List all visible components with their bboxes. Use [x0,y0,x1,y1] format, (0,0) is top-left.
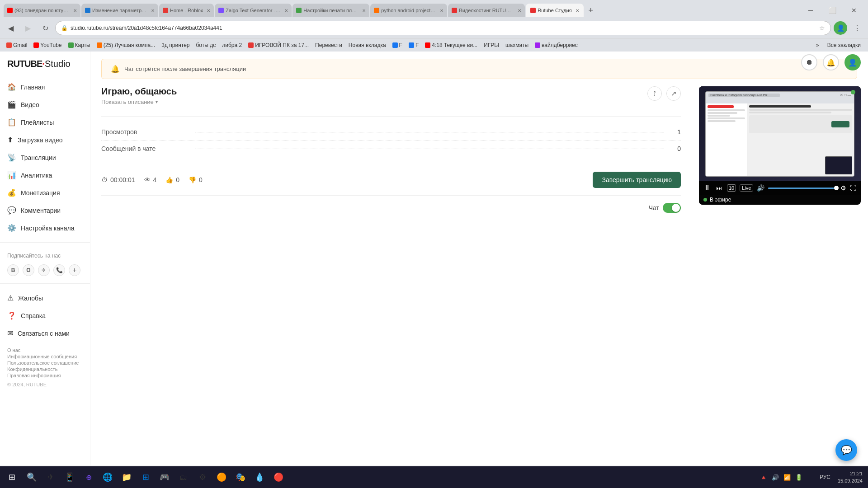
sidebar-item-complaints[interactable]: ⚠ Жалобы [0,289,90,307]
taskbar-icon-steam[interactable]: 💧 [250,468,269,486]
sys-icon-volume[interactable]: 🔊 [770,472,781,483]
bookmark-f1[interactable]: F [390,41,405,49]
taskbar-icon-extra[interactable]: 🔴 [269,468,288,486]
footer-legal[interactable]: Правовая информация [7,373,83,378]
bookmark-games[interactable]: ИГРЫ [481,41,502,49]
volume-icon[interactable]: 🔊 [757,184,764,192]
tab-close-icon[interactable]: ✕ [440,8,443,13]
end-stream-button[interactable]: Завершить трансляцию [593,172,681,188]
bookmark-f2[interactable]: F [406,41,421,49]
tab-t8-active[interactable]: Rutube Студия ✕ [526,4,583,17]
taskbar-icon-orange[interactable]: 🟠 [212,468,231,486]
bookmark-new-tab[interactable]: Новая вкладка [346,41,389,49]
taskbar-icon-tor[interactable]: ⊕ [80,468,98,486]
tab-t6[interactable]: python android project -... ✕ [370,4,447,17]
user-avatar[interactable]: 👤 [844,54,861,70]
bookmark-chess[interactable]: шахматы [503,41,531,49]
bookmark-3dprint[interactable]: 3д принтер [159,41,192,49]
address-bar[interactable]: 🔒 studio.rutube.ru/stream/20a1d48c5fc164… [55,21,831,35]
bookmarks-more[interactable]: » [812,41,823,49]
bookmark-youtube[interactable]: YouTube [31,41,64,49]
tab-close-icon[interactable]: ✕ [151,8,155,13]
sys-icon-wifi[interactable]: 📶 [782,472,793,483]
telegram-icon[interactable]: ✈ [38,264,50,276]
sidebar-item-upload[interactable]: ⬆ Загрузка видео [0,131,90,149]
tab-close-icon[interactable]: ✕ [284,8,288,13]
bookmark-star-icon[interactable]: ☆ [819,24,825,32]
stream-desc-toggle[interactable]: Показать описание ▾ [101,99,177,105]
taskbar-icon-folder[interactable]: 📁 [118,468,136,486]
search-taskbar-button[interactable]: 🔍 [23,468,41,486]
open-external-button[interactable]: ↗ [666,86,681,101]
bookmark-luchshaya[interactable]: (25) Лучшая компа... [94,41,158,49]
rewind-10-icon[interactable]: 10 [727,184,736,192]
tab-t2[interactable]: Изменение параметров... ✕ [81,4,158,17]
all-bookmarks[interactable]: Все закладки [824,41,864,49]
tab-t4[interactable]: Zalgo Text Generator - С... ✕ [215,4,292,17]
refresh-button[interactable]: ↻ [38,21,52,35]
sys-icon-battery[interactable]: 🔋 [793,472,804,483]
bookmark-translate[interactable]: Перевести [312,41,345,49]
tab-close-icon[interactable]: ✕ [362,8,366,13]
tab-t1[interactable]: (93) сливдран по ютуб ш... ✕ [4,4,80,17]
taskbar-icon-settings[interactable]: ⚙ [193,468,212,486]
sys-icon-network[interactable]: 🔺 [758,472,769,483]
sidebar-item-playlists[interactable]: 📋 Плейлисты [0,113,90,131]
settings-browser-icon[interactable]: ⋮ [850,21,864,35]
chat-fab[interactable]: 💬 [835,439,857,461]
sidebar-item-streams[interactable]: 📡 Трансляции [0,149,90,166]
fullscreen-icon[interactable]: ⛶ [850,184,856,192]
bookmark-libra[interactable]: либра 2 [219,41,245,49]
viber-icon[interactable]: 📞 [53,264,65,276]
sys-icon-keyboard[interactable] [805,472,816,483]
close-button[interactable]: ✕ [844,3,864,18]
sidebar-item-contact[interactable]: ✉ Связаться с нами [0,324,90,342]
sidebar-item-video[interactable]: 🎬 Видео [0,96,90,113]
sidebar-item-analytics[interactable]: 📊 Аналитика [0,166,90,184]
taskbar-icon-telegram[interactable]: ✈ [42,468,60,486]
profile-icon[interactable]: 👤 [834,21,847,35]
skip-icon[interactable]: ⏭ [714,184,723,192]
taskbar-icon-game2[interactable]: 🗂 [175,468,193,486]
tab-close-icon[interactable]: ✕ [207,8,210,13]
tab-t3[interactable]: Home - Roblox ✕ [159,4,214,17]
bookmark-gmail[interactable]: Gmail [4,41,30,49]
taskbar-icon-windows[interactable]: ⊞ [137,468,155,486]
tab-t5[interactable]: Настройки печати пласт... ✕ [292,4,369,17]
tab-close-icon[interactable]: ✕ [518,8,521,13]
sidebar-item-comments[interactable]: 💬 Комментарии [0,202,90,219]
screen-record-icon[interactable]: ⏺ [801,54,817,70]
new-tab-button[interactable]: + [585,4,597,17]
vk-icon[interactable]: В [7,264,19,276]
sidebar-item-monetization[interactable]: 💰 Монетизация [0,184,90,202]
bookmark-gaming-pc[interactable]: ИГРОВОЙ ПК за 17... [245,41,311,49]
tab-close-icon[interactable]: ✕ [73,8,77,13]
notification-bell-icon[interactable]: 🔔 [823,54,839,70]
sidebar-item-help[interactable]: ❓ Справка [0,307,90,324]
taskbar-icon-whatsapp[interactable]: 📱 [61,468,79,486]
sidebar-item-home[interactable]: 🏠 Главная [0,78,90,96]
bookmark-maps[interactable]: Карты [66,41,93,49]
bookmark-418[interactable]: 4:18 Текущее ви... [422,41,480,49]
taskbar-icon-chrome[interactable]: 🌐 [99,468,117,486]
bookmark-bots[interactable]: боты дс [193,41,219,49]
play-pause-icon[interactable]: ⏸ [703,184,711,192]
share-button[interactable]: ⤴ [647,86,662,101]
minimize-button[interactable]: ─ [800,3,821,18]
footer-onas[interactable]: О нас [7,347,83,353]
tab-t7[interactable]: Видеохостинг RUTUBE. С... ✕ [448,4,525,17]
taskbar-icon-mask[interactable]: 🎭 [231,468,250,486]
gear-settings-icon[interactable]: ⚙ [840,184,846,192]
footer-agreement[interactable]: Пользовательское соглашение [7,360,83,366]
ok-icon[interactable]: О [23,264,34,276]
footer-privacy[interactable]: Конфиденциальность [7,366,83,372]
taskbar-icon-game1[interactable]: 🎮 [156,468,174,486]
start-button[interactable]: ⊞ [2,467,22,487]
forward-button[interactable]: ▶ [21,21,35,35]
chat-toggle[interactable] [663,203,681,213]
add-social-icon[interactable]: + [69,264,80,276]
tab-close-icon[interactable]: ✕ [576,8,579,13]
footer-info[interactable]: Информационные сообщения [7,354,83,359]
bookmark-wildberries[interactable]: вайлдберриес [532,41,580,49]
sidebar-item-channel-settings[interactable]: ⚙️ Настройка канала [0,219,90,237]
